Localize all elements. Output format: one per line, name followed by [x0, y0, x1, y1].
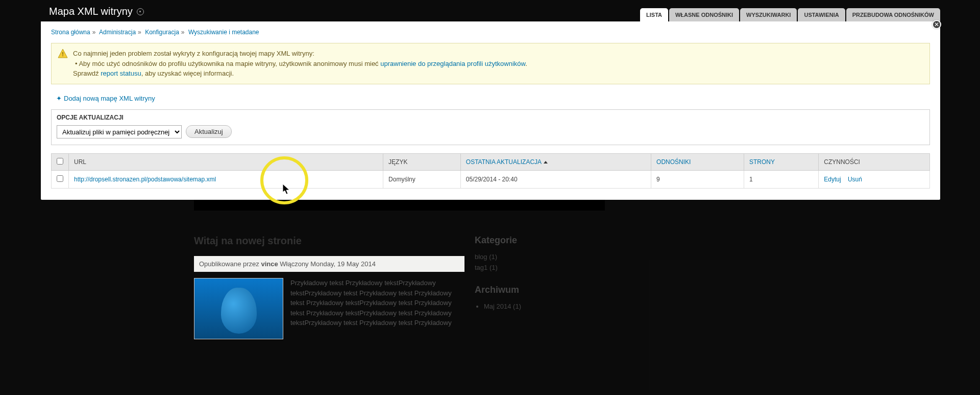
warning-box: ! Co najmniej jeden problem został wykry…	[51, 43, 930, 84]
breadcrumb-home[interactable]: Strona główna	[51, 29, 90, 36]
update-button[interactable]: Aktualizuj	[186, 125, 232, 138]
row-pages: 1	[744, 170, 819, 188]
close-icon[interactable]: ✕	[932, 20, 941, 29]
tab-przebudowa[interactable]: PRZEBUDOWA ODNOŚNIKÓW	[846, 8, 940, 21]
tab-ustawienia[interactable]: USTAWIENIA	[798, 8, 845, 21]
sitemap-table: URL JĘZYK OSTATNIA AKTUALIZACJA ODNOŚNIK…	[51, 153, 930, 189]
warning-intro: Co najmniej jeden problem został wykryty…	[73, 49, 923, 59]
table-row: http://dropsell.stronazen.pl/podstawowa/…	[52, 170, 930, 188]
sitemap-url-link[interactable]: http://dropsell.stronazen.pl/podstawowa/…	[74, 176, 216, 183]
breadcrumb: Strona główna» Administracja» Konfigurac…	[51, 29, 930, 36]
col-pages[interactable]: STRONY	[744, 153, 819, 170]
permission-link[interactable]: uprawnienie do przeglądania profili użyt…	[380, 60, 525, 67]
edit-link[interactable]: Edytuj	[824, 176, 841, 183]
admin-tabs: LISTA WŁASNE ODNOŚNIKI WYSZUKIWARKI USTA…	[640, 8, 940, 21]
delete-link[interactable]: Usuń	[848, 176, 862, 183]
breadcrumb-config[interactable]: Konfiguracja	[145, 29, 179, 36]
col-links[interactable]: ODNOŚNIKI	[651, 153, 744, 170]
col-language: JĘZYK	[383, 153, 461, 170]
tab-wlasne-odnosniki[interactable]: WŁASNE ODNOŚNIKI	[669, 8, 739, 21]
plus-icon: ✦	[56, 95, 62, 102]
status-report-link[interactable]: report statusu	[101, 69, 141, 77]
warning-check: Sprawdź report statusu, aby uzyskać więc…	[73, 68, 923, 79]
update-mode-select[interactable]: Aktualizuj pliki w pamięci podręcznej	[57, 125, 182, 138]
col-operations: CZYNNOŚCI	[819, 153, 930, 170]
svg-text:!: !	[62, 51, 64, 57]
update-legend: OPCJE AKTUALIZACJI	[57, 114, 924, 121]
add-sitemap-link[interactable]: ✦ Dodaj nową mapę XML witryny	[56, 95, 155, 102]
row-links: 9	[651, 170, 744, 188]
warning-icon: !	[58, 49, 68, 59]
tab-wyszukiwarki[interactable]: WYSZUKIWARKI	[740, 8, 797, 21]
col-url: URL	[69, 153, 383, 170]
tab-lista[interactable]: LISTA	[640, 8, 668, 21]
breadcrumb-search[interactable]: Wyszukiwanie i metadane	[188, 29, 259, 36]
col-last-update[interactable]: OSTATNIA AKTUALIZACJA	[460, 153, 651, 170]
update-options-section: OPCJE AKTUALIZACJI Aktualizuj pliki w pa…	[51, 109, 930, 145]
row-language: Domyślny	[383, 170, 461, 188]
refresh-icon	[137, 8, 144, 15]
select-all-checkbox[interactable]	[57, 158, 63, 165]
sort-arrow-icon	[544, 161, 548, 164]
warning-bullet: • Aby móc użyć odnośników do profilu uży…	[75, 59, 923, 69]
row-checkbox[interactable]	[57, 175, 63, 182]
breadcrumb-admin[interactable]: Administracja	[99, 29, 136, 36]
row-last-update: 05/29/2014 - 20:40	[460, 170, 651, 188]
page-title: Mapa XML witryny	[41, 2, 152, 21]
